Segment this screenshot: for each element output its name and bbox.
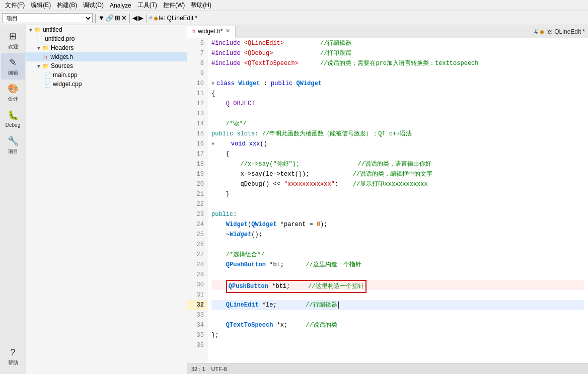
menu-edit[interactable]: 编辑(E) [28, 0, 54, 11]
ln-12: 12 [187, 99, 207, 109]
sidebar-project[interactable]: 🔧 项目 [1, 132, 25, 158]
menu-tools[interactable]: 工具(T) [134, 0, 160, 11]
ln-19: 19 [187, 169, 207, 179]
design-label: 设计 [8, 96, 18, 103]
tree-label-pro: untitled.pro [45, 35, 75, 42]
tree-item-pro[interactable]: 📄 untitled.pro [26, 34, 187, 43]
ln-17: 17 [187, 149, 207, 159]
ln-26: 26 [187, 240, 207, 250]
folder-icon-sources: 📁 [42, 63, 49, 69]
toolbar: 项目 ▼ 🔗 ⊞ ✕ ◀ ▶ # ◆ le: QLineEdit * [0, 11, 588, 25]
design-icon: 🎨 [8, 83, 19, 94]
tree-item-untitled[interactable]: ▼ 📁 untitled [26, 25, 187, 34]
menu-help[interactable]: 帮助(H) [188, 0, 214, 11]
code-line-13 [211, 109, 584, 119]
tab-breadcrumb: le: QLineEdit * [546, 28, 585, 35]
ln-24: 24 [187, 219, 207, 230]
welcome-icon: ⊞ [9, 31, 17, 42]
tree-item-headers[interactable]: ▼ 📁 Headers [26, 43, 187, 52]
tree-item-widget-cpp[interactable]: 📄 widget.cpp [26, 80, 187, 89]
project-label: 项目 [8, 148, 18, 155]
ln-18: 18 [187, 159, 207, 169]
expand-arrow-sources: ▼ [36, 63, 41, 69]
ln-30: 30 [187, 280, 207, 290]
tab-bar: h widget.h* ✕ # ◆ le: QLineEdit * [187, 25, 588, 38]
toolbar-close[interactable]: ✕ [121, 14, 127, 22]
sidebar-help[interactable]: ? 帮助 [1, 344, 25, 370]
code-line-18: //x->say("你好"); //说话的类，语言输出你好 [211, 159, 584, 169]
toolbar-link[interactable]: 🔗 [106, 14, 114, 22]
code-line-26 [211, 240, 584, 250]
tree-item-widget-h[interactable]: h widget.h [26, 52, 187, 61]
code-lines-container[interactable]: #include <QLineEdit> //行编辑器 #include <QD… [207, 38, 588, 363]
code-panel: h widget.h* ✕ # ◆ le: QLineEdit * 6 7 8 … [187, 25, 588, 374]
ln-34: 34 [187, 320, 207, 330]
expand-arrow-headers: ▼ [36, 45, 41, 51]
tab-bar-right: # ◆ le: QLineEdit * [535, 28, 588, 35]
tree-label-widget-h: widget.h [50, 53, 73, 60]
toolbar-next[interactable]: ▶ [138, 14, 143, 22]
tab-label: widget.h* [198, 28, 223, 35]
sidebar-edit[interactable]: ✎ 编辑 [1, 53, 25, 80]
tab-file-icon: h [192, 28, 195, 34]
tab-widget-h[interactable]: h widget.h* ✕ [187, 26, 236, 38]
edit-label: 编辑 [8, 69, 18, 77]
code-content[interactable]: 6 7 8 9 10 11 12 13 14 15 16 17 18 19 20… [187, 38, 588, 363]
debug-icon: 🐛 [8, 110, 19, 121]
code-line-10: ▼class Widget : public QWidget [211, 79, 584, 89]
code-line-35: }; [211, 330, 584, 340]
sidebar-debug[interactable]: 🐛 Debug [1, 106, 25, 132]
code-line-24: Widget(QWidget *parent = 0); [211, 219, 584, 230]
code-line-36 [211, 340, 584, 350]
cpp-file-icon-main: 📄 [44, 72, 51, 79]
ln-8: 8 [187, 58, 207, 68]
folder-icon-untitled: 📁 [34, 27, 41, 33]
project-selector[interactable]: 项目 [2, 13, 93, 23]
ln-9: 9 [187, 68, 207, 79]
code-line-21: } [211, 189, 584, 199]
ln-10: 10 [187, 79, 207, 89]
code-line-12: Q_OBJECT [211, 99, 584, 109]
menu-build[interactable]: 构建(B) [54, 0, 80, 11]
icon-sidebar: ⊞ 欢迎 ✎ 编辑 🎨 设计 🐛 Debug 🔧 项目 ? 帮助 [0, 25, 26, 374]
menu-control[interactable]: 控件(W) [160, 0, 188, 11]
toolbar-add[interactable]: ⊞ [115, 14, 120, 22]
code-line-7: #include <QDebug> //打印跟踪 [211, 48, 584, 58]
h-file-icon: h [44, 54, 47, 60]
ln-6: 6 [187, 38, 207, 48]
tree-item-sources[interactable]: ▼ 📁 Sources [26, 61, 187, 70]
sidebar-design[interactable]: 🎨 设计 [1, 80, 25, 106]
code-line-32: QLineEdit *le; //行编辑器 [211, 300, 584, 310]
ln-29: 29 [187, 270, 207, 280]
ln-23: 23 [187, 209, 207, 219]
toolbar-filter[interactable]: ▼ [98, 14, 105, 22]
status-line-col: 32 : 1 [191, 366, 205, 372]
menu-file[interactable]: 文件(F) [2, 0, 28, 11]
menubar: 文件(F) 编辑(E) 构建(B) 调试(D) Analyze 工具(T) 控件… [0, 0, 588, 11]
menu-debug[interactable]: 调试(D) [80, 0, 107, 11]
code-line-17: { [211, 149, 584, 159]
menu-analyze[interactable]: Analyze [107, 1, 134, 10]
code-line-15: public slots: //申明此函数为槽函数（能被信号激发）；QT c++… [211, 129, 584, 139]
ln-16: 16 [187, 139, 207, 149]
ln-7: 7 [187, 48, 207, 58]
toolbar-prev[interactable]: ◀ [132, 14, 137, 22]
ln-22: 22 [187, 199, 207, 209]
code-line-20: qDebug() << "xxxxxxxxxxxx"; //显示打印xxxxxx… [211, 179, 584, 189]
breadcrumb-hash: # [149, 15, 153, 22]
tab-diamond: ◆ [540, 28, 544, 35]
code-line-19: x->say(le->text()); //说话的类，编辑框中的文字 [211, 169, 584, 179]
toolbar-separator2 [129, 14, 130, 23]
cpp-file-icon-widget: 📄 [44, 81, 51, 88]
main-area: ⊞ 欢迎 ✎ 编辑 🎨 设计 🐛 Debug 🔧 项目 ? 帮助 ▼ 📁 [0, 25, 588, 374]
tab-hash: # [535, 28, 538, 35]
ln-14: 14 [187, 119, 207, 129]
ln-32: 32 [187, 300, 207, 310]
ln-21: 21 [187, 189, 207, 199]
ln-33: 33 [187, 310, 207, 320]
sidebar-welcome[interactable]: ⊞ 欢迎 [1, 27, 25, 53]
tree-item-main-cpp[interactable]: 📄 main.cpp [26, 70, 187, 80]
tree-label-widget-cpp: widget.cpp [53, 81, 82, 88]
tab-close-button[interactable]: ✕ [226, 28, 230, 34]
ln-25: 25 [187, 230, 207, 240]
